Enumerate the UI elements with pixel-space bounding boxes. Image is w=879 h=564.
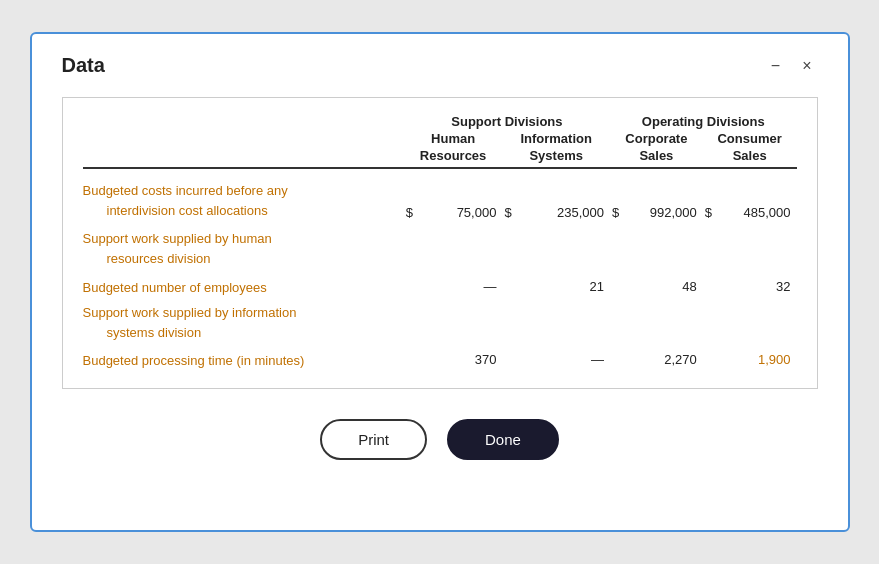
row5-label: Budgeted processing time (in minutes) [83, 347, 404, 372]
row3-val2: 21 [502, 274, 610, 299]
window-title: Data [62, 54, 105, 77]
window-controls: − × [765, 56, 818, 76]
table-row: Support work supplied by human resources… [83, 225, 797, 273]
row1-dollar4: $ [703, 168, 723, 225]
row3-val1: — [404, 274, 503, 299]
row1-dollar3: $ [610, 168, 630, 225]
data-table: Support Divisions Operating Divisions Hu… [83, 114, 797, 372]
row1-dollar1: $ [404, 168, 424, 225]
row5-val3: 2,270 [610, 347, 703, 372]
row1-label-line1: Budgeted costs incurred before any [83, 177, 404, 202]
close-button[interactable]: × [796, 56, 817, 76]
row5-val2: — [502, 347, 610, 372]
information-systems-header: Information Systems [502, 129, 610, 167]
minimize-button[interactable]: − [765, 56, 786, 76]
row3-val4: 32 [703, 274, 797, 299]
row1-val3: 992,000 [630, 168, 703, 225]
row1-label-line2: interdivision cost allocations [83, 202, 404, 225]
row5-val4: 1,900 [703, 347, 797, 372]
row4-label-line1: Support work supplied by information [83, 299, 404, 324]
corporate-sales-header: Corporate Sales [610, 129, 703, 167]
row1-dollar2: $ [502, 168, 522, 225]
title-bar: Data − × [62, 54, 818, 77]
human-resources-header: Human Resources [404, 129, 503, 167]
table-row: Support work supplied by information sys… [83, 299, 797, 347]
table-row: Budgeted number of employees — 21 48 32 [83, 274, 797, 299]
data-table-container: Support Divisions Operating Divisions Hu… [62, 97, 818, 389]
row1-val2: 235,000 [522, 168, 610, 225]
row2-label-line1: Support work supplied by human [83, 225, 404, 250]
support-divisions-header: Support Divisions [404, 114, 610, 129]
main-window: Data − × Support Divisions Operating Div… [30, 32, 850, 532]
table-row: Budgeted costs incurred before any inter… [83, 168, 797, 225]
row3-val3: 48 [610, 274, 703, 299]
done-button[interactable]: Done [447, 419, 559, 460]
buttons-row: Print Done [62, 419, 818, 460]
row1-val4: 485,000 [723, 168, 797, 225]
table-row: Budgeted processing time (in minutes) 37… [83, 347, 797, 372]
row4-label-line2: systems division [83, 324, 404, 347]
row3-label: Budgeted number of employees [83, 274, 404, 299]
print-button[interactable]: Print [320, 419, 427, 460]
operating-divisions-header: Operating Divisions [610, 114, 797, 129]
row1-val1: 75,000 [424, 168, 503, 225]
consumer-sales-header: Consumer Sales [703, 129, 797, 167]
row2-label-line2: resources division [83, 250, 404, 273]
row5-val1: 370 [404, 347, 503, 372]
